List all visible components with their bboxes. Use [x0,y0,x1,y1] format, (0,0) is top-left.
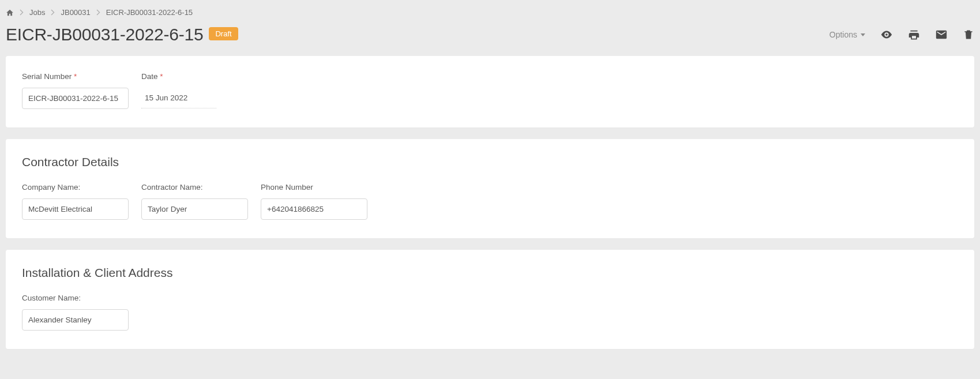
contractor-name-group: Contractor Name: [141,183,248,220]
basic-details-card: Serial Number * Date * 15 Jun 2022 [6,56,974,127]
serial-number-label: Serial Number * [22,72,129,81]
contractor-heading: Contractor Details [22,155,958,169]
breadcrumb-current: EICR-JB00031-2022-6-15 [106,8,193,17]
page-title: EICR-JB00031-2022-6-15 [6,25,203,44]
breadcrumb-home[interactable] [6,9,14,17]
phone-number-label: Phone Number [261,183,367,192]
print-button[interactable] [908,29,920,41]
customer-name-label: Customer Name: [22,294,129,302]
page-actions: Options [829,28,974,41]
page-header: EICR-JB00031-2022-6-15 Draft Options [0,25,980,56]
email-button[interactable] [935,28,948,41]
options-dropdown[interactable]: Options [829,30,865,39]
breadcrumb-jobs[interactable]: Jobs [29,8,45,17]
phone-number-group: Phone Number [261,183,367,220]
date-label: Date * [141,72,248,81]
chevron-right-icon [96,9,100,16]
email-icon [935,28,948,41]
options-label: Options [829,30,857,39]
serial-number-group: Serial Number * [22,72,129,109]
chevron-right-icon [51,9,55,16]
customer-name-input[interactable] [22,309,129,331]
chevron-right-icon [20,9,24,16]
status-badge: Draft [209,27,238,40]
contractor-details-card: Contractor Details Company Name: Contrac… [6,139,974,238]
date-field[interactable]: 15 Jun 2022 [141,88,216,108]
delete-button[interactable] [963,29,974,40]
serial-number-input[interactable] [22,88,129,109]
caret-down-icon [861,33,865,36]
breadcrumb: Jobs JB00031 EICR-JB00031-2022-6-15 [0,0,980,25]
print-icon [908,29,920,41]
home-icon [6,9,14,17]
installation-heading: Installation & Client Address [22,266,958,280]
phone-number-input[interactable] [261,198,367,220]
contractor-name-label: Contractor Name: [141,183,248,192]
contractor-name-input[interactable] [141,198,248,220]
company-name-group: Company Name: [22,183,129,220]
trash-icon [963,29,974,40]
preview-button[interactable] [880,28,893,41]
breadcrumb-job-id[interactable]: JB00031 [61,8,90,17]
company-name-input[interactable] [22,198,129,220]
installation-address-card: Installation & Client Address Customer N… [6,250,974,349]
company-name-label: Company Name: [22,183,129,192]
eye-icon [880,28,893,41]
customer-name-group: Customer Name: [22,294,129,331]
date-group: Date * 15 Jun 2022 [141,72,248,109]
